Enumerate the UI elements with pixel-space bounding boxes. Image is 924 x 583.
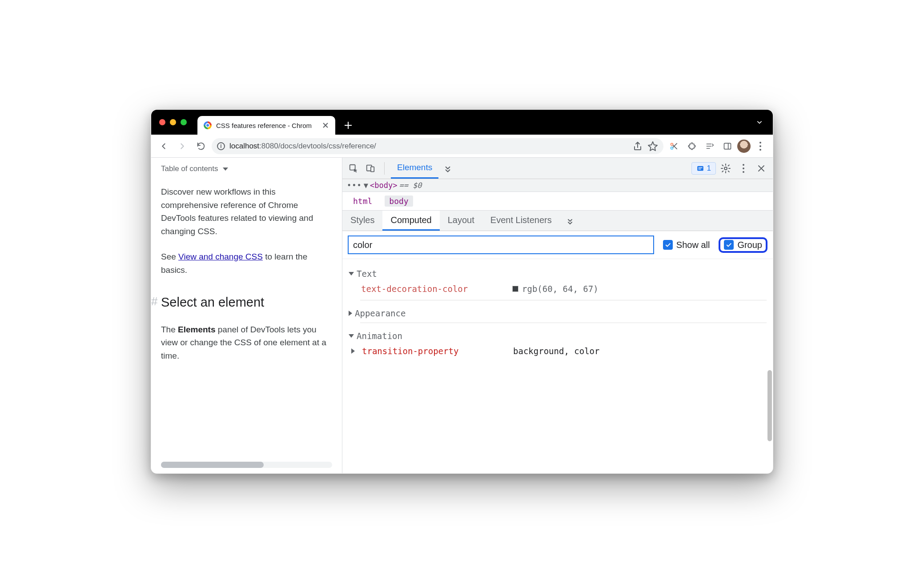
group-checkbox[interactable]: Group [719,237,767,253]
computed-filter-row: Show all Group [342,231,773,259]
property-value: background, color [513,346,599,356]
property-transition-property[interactable]: transition-property background, color [349,343,767,359]
group-animation-label: Animation [357,331,402,341]
back-button[interactable] [156,138,172,154]
show-all-checkbox[interactable]: Show all [661,239,712,251]
property-name: text-decoration-color [361,284,508,294]
svg-point-10 [724,167,727,170]
color-swatch-icon[interactable] [512,286,518,292]
group-appearance-label: Appearance [355,308,406,318]
anchor-hash-icon[interactable]: # [151,292,157,310]
divider [360,300,767,300]
toolbar-right [666,138,768,154]
window-minimize[interactable] [170,119,176,125]
close-devtools-icon[interactable] [753,160,769,176]
svg-rect-2 [724,143,731,149]
property-text-decoration-color[interactable]: text-decoration-color rgb(60, 64, 67) [349,280,767,297]
event-listeners-tab[interactable]: Event Listeners [482,211,560,231]
more-sidebar-tabs-icon[interactable] [560,211,580,231]
devtools-tabs: Elements [391,158,438,179]
group-animation-header[interactable]: Animation [349,329,767,343]
computed-properties: Text text-decoration-color rgb(60, 64, 6… [342,259,773,473]
triangle-down-icon [349,334,354,338]
checkbox-checked-icon [724,240,734,250]
svg-rect-6 [371,167,374,172]
table-of-contents-toggle[interactable]: Table of contents [161,163,332,175]
triangle-down-icon [349,272,354,276]
browser-tab[interactable]: CSS features reference - Chrom [197,116,335,135]
devtools-toolbar: Elements 1 [342,158,773,179]
tab-search-button[interactable] [755,118,764,128]
issues-count: 1 [707,164,711,173]
scissors-extension-icon[interactable] [666,138,682,154]
tab-close-icon[interactable] [322,122,329,129]
svg-rect-7 [697,166,703,171]
vertical-scrollbar[interactable] [767,370,772,441]
ellipsis-icon: ••• [347,181,362,190]
device-toolbar-icon[interactable] [363,161,378,176]
triangle-right-icon [349,311,352,316]
settings-icon[interactable] [718,160,734,176]
expand-triangle-icon[interactable]: ▼ [364,181,368,190]
group-appearance-header[interactable]: Appearance [349,307,767,320]
share-icon[interactable] [632,141,643,152]
devtools-menu-icon[interactable] [735,160,751,176]
url-text: localhost:8080/docs/devtools/css/referen… [229,142,628,151]
dom-tree-row[interactable]: ••• ▼ <body> == $0 [342,179,773,192]
styles-sidebar-tabs: Styles Computed Layout Event Listeners [342,211,773,231]
bookmark-icon[interactable] [647,141,658,152]
page-content: Table of contents Discover new workflows… [151,158,342,473]
show-all-label: Show all [676,240,710,250]
view-change-css-link[interactable]: View and change CSS [178,252,263,261]
layout-tab[interactable]: Layout [440,211,482,231]
group-appearance: Appearance [349,307,767,323]
checkbox-checked-icon [663,240,673,250]
chrome-menu-icon[interactable] [752,138,768,154]
styles-tab[interactable]: Styles [342,211,382,231]
forward-button[interactable] [174,138,190,154]
browser-window: CSS features reference - Chrom i localho… [151,109,773,474]
intro-paragraph: Discover new workflows in this comprehen… [161,185,332,238]
dom-selected-marker: == $0 [399,181,422,190]
reload-button[interactable] [193,138,209,154]
dom-breadcrumb: html body [342,192,773,211]
horizontal-scrollbar[interactable] [161,462,332,468]
elements-tab[interactable]: Elements [391,158,438,179]
separator [384,162,385,175]
window-controls [159,110,187,135]
property-value: rgb(60, 64, 67) [512,284,599,294]
see-paragraph: See View and change CSS to learn the bas… [161,250,332,276]
devtools-panel: Elements 1 [342,158,773,473]
group-text-header[interactable]: Text [349,267,767,280]
content-area: Table of contents Discover new workflows… [151,158,773,473]
chrome-favicon-icon [204,121,212,129]
divider [360,323,767,323]
group-text: Text text-decoration-color rgb(60, 64, 6… [349,267,767,300]
url-bar: i localhost:8080/docs/devtools/css/refer… [151,135,773,158]
extensions-icon[interactable] [684,138,700,154]
group-text-label: Text [357,269,377,279]
tab-title: CSS features reference - Chrom [216,122,317,129]
breadcrumb-body[interactable]: body [385,196,413,207]
window-close[interactable] [159,119,165,125]
triangle-right-icon [351,348,355,354]
computed-tab[interactable]: Computed [382,211,439,231]
inspect-element-icon[interactable] [346,161,361,176]
reading-list-icon[interactable] [702,138,718,154]
more-tabs-icon[interactable] [440,161,455,176]
site-info-icon[interactable]: i [217,142,225,150]
property-name: transition-property [362,346,509,356]
group-label: Group [737,240,762,250]
svg-rect-9 [698,168,701,169]
select-element-heading: #Select an element [161,292,332,312]
breadcrumb-html[interactable]: html [349,196,377,207]
omnibox[interactable]: i localhost:8080/docs/devtools/css/refer… [212,138,663,154]
chevron-down-icon [223,168,228,171]
profile-avatar[interactable] [737,140,751,153]
side-panel-icon[interactable] [719,138,735,154]
window-maximize[interactable] [181,119,187,125]
filter-input[interactable] [348,236,654,254]
dom-tag: <body> [370,181,397,190]
new-tab-button[interactable] [341,119,355,132]
issues-badge[interactable]: 1 [691,162,716,175]
